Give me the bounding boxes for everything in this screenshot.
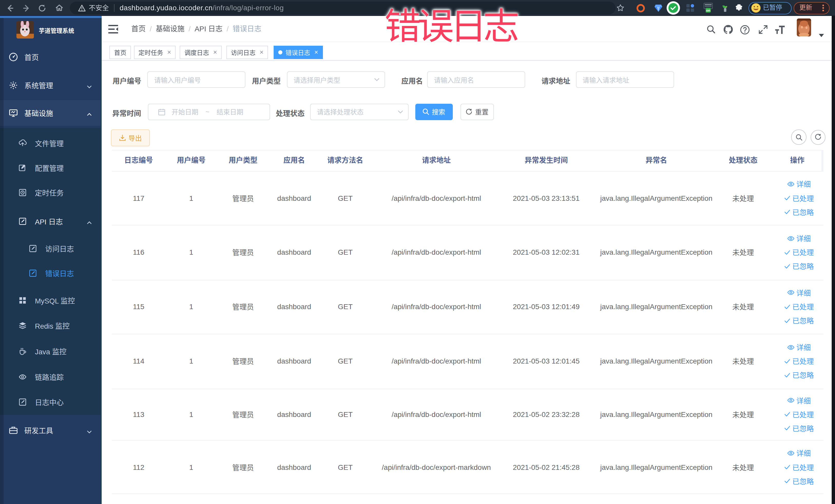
svg-text:on: on [706, 8, 710, 12]
